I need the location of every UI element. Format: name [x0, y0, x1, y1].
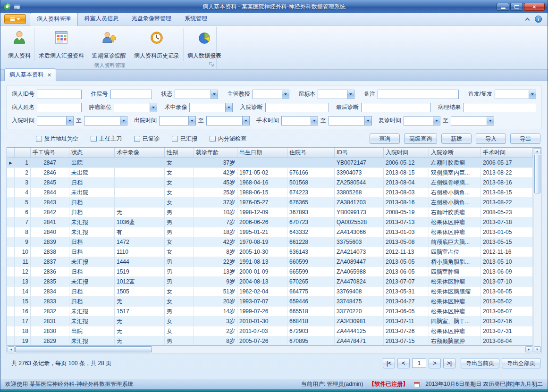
grid-row[interactable]: 142834归档1505女51岁1962-02-0466477533769408…: [7, 287, 533, 297]
grid-cell[interactable]: 2842: [31, 208, 69, 217]
grid-cell[interactable]: 2013-08-22: [481, 198, 533, 208]
grid-cell[interactable]: 男: [165, 307, 194, 317]
row-indicator[interactable]: [7, 227, 15, 237]
grid-cell[interactable]: 51岁: [194, 287, 237, 297]
grid-cell[interactable]: 2840: [31, 227, 69, 237]
row-indicator[interactable]: [7, 208, 15, 217]
grid-cell[interactable]: 男: [165, 267, 194, 277]
grid-cell[interactable]: 2846: [31, 168, 69, 178]
grid-cell[interactable]: 2006-05-12: [384, 158, 429, 168]
grid-cell[interactable]: 8: [15, 227, 31, 237]
grid-cell[interactable]: 1472: [115, 237, 165, 247]
scroll-down-icon[interactable]: ▼: [534, 346, 541, 352]
grid-cell[interactable]: 33805268: [335, 188, 384, 198]
grid-cell[interactable]: 2012-11-16: [481, 247, 533, 257]
grid-cell[interactable]: 2013-07-18: [481, 217, 533, 227]
grid-row[interactable]: 112837未汇报1444男22岁1991-08-13660599ZA40894…: [7, 257, 533, 267]
grid-cell[interactable]: 2839: [31, 237, 69, 247]
grid-cell[interactable]: 11: [15, 257, 31, 267]
grid-cell[interactable]: 25岁: [194, 188, 237, 198]
grid-column-header[interactable]: ID号: [335, 148, 384, 158]
grid-cell[interactable]: 2013-05-05: [384, 257, 429, 267]
grid-cell[interactable]: 2847: [31, 158, 69, 168]
grid-cell[interactable]: 2013-07-16: [481, 317, 533, 326]
grid-cell[interactable]: 四脑室肿瘤: [429, 267, 481, 277]
dropdown-arrow-icon[interactable]: [66, 117, 73, 125]
vertical-scrollbar[interactable]: ▲ ▼: [533, 148, 541, 353]
checkbox-chief-surgeon[interactable]: 主任主刀: [91, 135, 122, 143]
grid-cell[interactable]: 3: [15, 178, 31, 188]
first-relapse-select[interactable]: [495, 90, 536, 99]
grid-cell[interactable]: ZA2580544: [335, 178, 384, 188]
grid-cell[interactable]: 2013-04-27: [384, 297, 429, 307]
row-indicator[interactable]: [7, 217, 15, 227]
grid-column-header[interactable]: 手术时间: [481, 148, 533, 158]
grid-cell[interactable]: 右颞叶胶质瘤: [429, 208, 481, 217]
row-indicator[interactable]: ▶: [7, 158, 15, 168]
grid-column-header[interactable]: 住院号: [287, 148, 335, 158]
grid-cell[interactable]: 2833: [31, 297, 69, 307]
grid-cell[interactable]: [115, 168, 165, 178]
grid-row[interactable]: 32845归档女45岁1968-04-16501568ZA25805442013…: [7, 178, 533, 188]
grid-row[interactable]: 132835未汇报1012蓝男9岁2004-08-13670265ZA44708…: [7, 277, 533, 287]
export-all-pages-button[interactable]: 导出全部页: [502, 358, 540, 368]
history-record-button[interactable]: 病人资料历史记录: [130, 28, 184, 61]
checkbox-icon[interactable]: [134, 136, 140, 142]
grid-cell[interactable]: 1999-07-26: [237, 307, 287, 317]
grid-cell[interactable]: YB0099173: [335, 208, 384, 217]
row-indicator[interactable]: [7, 178, 15, 188]
grid-cell[interactable]: 左侧蝶骨嵴脑...: [429, 178, 481, 188]
grid-cell[interactable]: 双侧脑室内巨...: [429, 168, 481, 178]
grid-cell[interactable]: 前颅底巨大脑...: [429, 237, 481, 247]
grid-cell[interactable]: 男: [165, 277, 194, 287]
grid-cell[interactable]: 2012-11-13: [384, 247, 429, 257]
grid-cell[interactable]: 20岁: [194, 297, 237, 307]
grid-cell[interactable]: 女: [165, 317, 194, 326]
dropdown-arrow-icon[interactable]: [225, 103, 232, 112]
grid-cell[interactable]: 2008-05-19: [384, 208, 429, 217]
grid-cell[interactable]: 10岁: [194, 208, 237, 217]
grid-cell[interactable]: 2011-07-03: [237, 326, 287, 336]
grid-cell[interactable]: 无: [115, 317, 165, 326]
grid-cell[interactable]: 松果体区肿瘤: [429, 277, 481, 287]
revisit-time-to-select[interactable]: [451, 116, 494, 125]
scroll-right-icon[interactable]: ►: [525, 346, 532, 352]
checkbox-revisited[interactable]: 已复诊: [134, 135, 160, 143]
grid-cell[interactable]: 33769408: [335, 287, 384, 297]
grid-row[interactable]: 42844未出院女25岁1988-06-15674223338052682013…: [7, 188, 533, 198]
grid-cell[interactable]: 未出院: [69, 188, 115, 198]
grid-cell[interactable]: 18: [15, 326, 31, 336]
grid-cell[interactable]: 松果体区肿瘤: [429, 307, 481, 317]
grid-cell[interactable]: 2843: [31, 198, 69, 208]
grid-cell[interactable]: 男: [165, 257, 194, 267]
grid-cell[interactable]: 22岁: [194, 257, 237, 267]
grid-cell[interactable]: ZA3430981: [335, 317, 384, 326]
row-indicator[interactable]: [7, 317, 15, 326]
grid-cell[interactable]: 670265: [287, 277, 335, 287]
grid-row[interactable]: 192829未汇报无男8岁2005-07-26670895ZA447847120…: [7, 336, 533, 345]
admit-time-from-select[interactable]: [37, 116, 74, 125]
discharge-time-to-select[interactable]: [206, 116, 250, 125]
grid-cell[interactable]: 2013-08-16: [384, 198, 429, 208]
dropdown-arrow-icon[interactable]: [487, 117, 494, 125]
grid-cell[interactable]: 2008-05-23: [481, 208, 533, 217]
ribbon-tab-disc-video[interactable]: 光盘录像带管理: [125, 13, 178, 25]
grid-cell[interactable]: 未汇报: [69, 307, 115, 317]
grid-cell[interactable]: 42岁: [194, 237, 237, 247]
grid-cell[interactable]: 1505: [115, 287, 165, 297]
grid-cell[interactable]: [115, 158, 165, 168]
checkbox-icon[interactable]: [210, 136, 216, 142]
grid-cell[interactable]: [287, 158, 335, 168]
row-indicator[interactable]: [7, 336, 15, 345]
prev-page-button[interactable]: <: [397, 358, 410, 368]
grid-cell[interactable]: 2013-06-09: [481, 267, 533, 277]
grid-cell[interactable]: 14岁: [194, 307, 237, 317]
grid-cell[interactable]: 女: [165, 326, 194, 336]
grid-cell[interactable]: 2013-08-15: [384, 168, 429, 178]
tab-patient-basic-info[interactable]: 病人基本资料 ×: [4, 68, 56, 81]
grid-cell[interactable]: 33770220: [335, 307, 384, 317]
grid-cell[interactable]: 2013-07-31: [481, 326, 533, 336]
grid-cell[interactable]: 右侧桥小脑角...: [429, 188, 481, 198]
grid-cell[interactable]: 松果体区脑膜瘤: [429, 287, 481, 297]
ribbon-tab-department-staff[interactable]: 科室人员信息: [78, 13, 125, 25]
